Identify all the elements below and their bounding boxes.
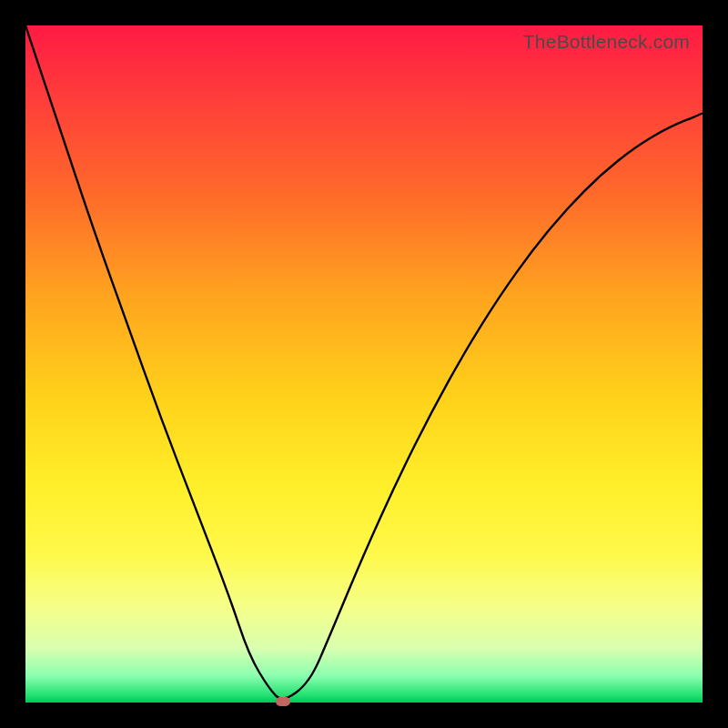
bottleneck-curve [25, 25, 703, 703]
min-marker [276, 697, 290, 706]
plot-area: TheBottleneck.com [25, 25, 703, 703]
curve-path [25, 25, 703, 699]
chart-frame: TheBottleneck.com [0, 0, 728, 728]
